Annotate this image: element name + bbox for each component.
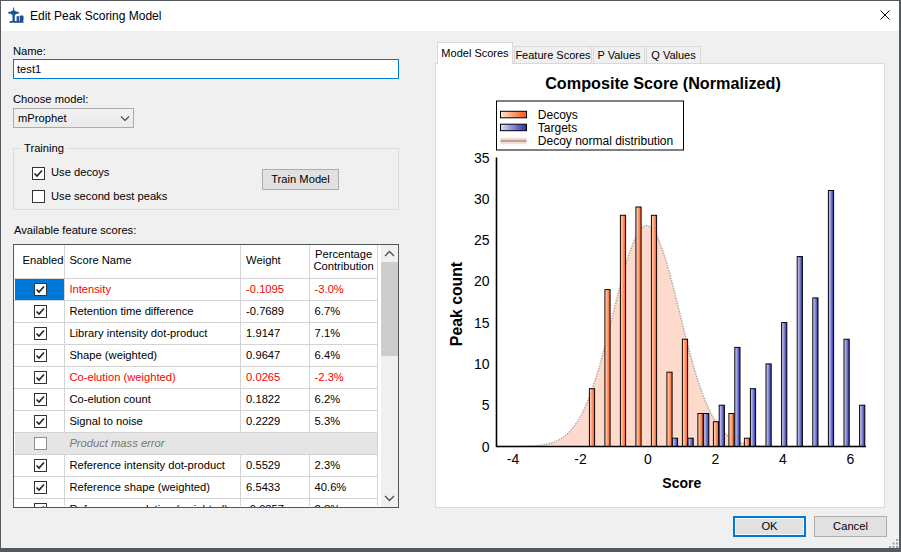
svg-text:Decoys: Decoys	[538, 108, 578, 122]
svg-text:25: 25	[474, 232, 490, 248]
svg-text:5: 5	[482, 397, 490, 413]
svg-text:0: 0	[482, 439, 490, 455]
svg-text:Peak count: Peak count	[448, 261, 465, 346]
svg-text:30: 30	[474, 191, 490, 207]
svg-text:-4: -4	[507, 451, 520, 467]
svg-text:2: 2	[712, 451, 720, 467]
svg-text:20: 20	[474, 273, 490, 289]
svg-text:15: 15	[474, 315, 490, 331]
svg-text:Targets: Targets	[538, 121, 577, 135]
svg-text:Decoy normal distribution: Decoy normal distribution	[538, 134, 673, 148]
svg-text:35: 35	[474, 150, 490, 166]
svg-text:4: 4	[779, 451, 787, 467]
svg-text:-2: -2	[574, 451, 587, 467]
svg-text:Score: Score	[662, 475, 701, 491]
svg-text:0: 0	[644, 451, 652, 467]
svg-text:Composite Score (Normalized): Composite Score (Normalized)	[545, 74, 781, 92]
svg-text:10: 10	[474, 356, 490, 372]
svg-text:6: 6	[847, 451, 855, 467]
